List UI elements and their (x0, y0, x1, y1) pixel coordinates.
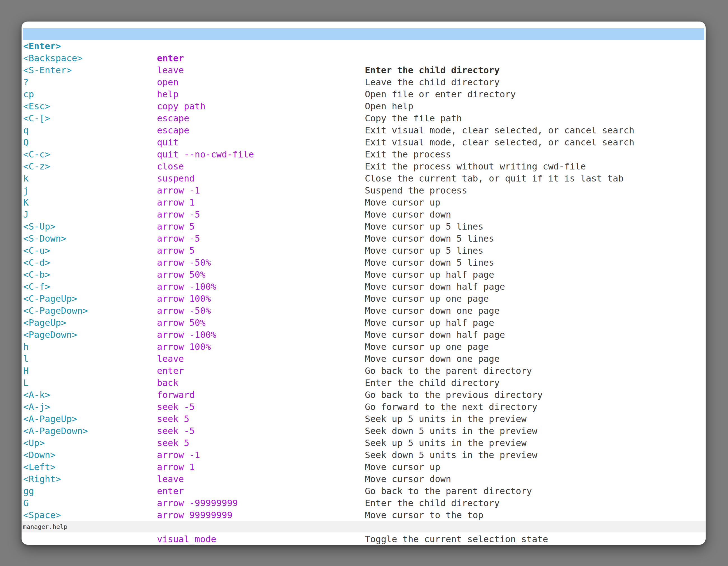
help-row[interactable]: ? help Open help (23, 64, 704, 76)
help-row[interactable]: <C-f> arrow 100% Move cursor down one pa… (23, 269, 704, 281)
keybinding-list: <Enter> enter Enter the child directory … (23, 28, 704, 521)
help-row[interactable]: <PageDown> arrow 100% Move cursor down o… (23, 317, 704, 329)
help-row[interactable]: k arrow -1 Move cursor up (23, 161, 704, 173)
help-row[interactable]: L forward Go forward to the next directo… (23, 365, 704, 377)
help-row[interactable]: H back Go back to the previous directory (23, 353, 704, 365)
help-row[interactable]: <A-PageDown> seek 5 Seek down 5 units in… (23, 413, 704, 425)
help-row[interactable]: v visual_mode Enter visual mode (selecti… (23, 509, 704, 521)
help-row[interactable]: <Backspace> leave Leave the child direct… (23, 40, 704, 52)
help-row[interactable]: q quit Exit the process (23, 112, 704, 125)
help-row[interactable]: <Left> leave Go back to the parent direc… (23, 449, 704, 461)
help-row[interactable]: <C-PageDown> arrow 50% Move cursor down … (23, 293, 704, 305)
terminal-window: <Enter> enter Enter the child directory … (22, 22, 706, 545)
help-row[interactable]: Q quit --no-cwd-file Exit the process wi… (23, 125, 704, 137)
help-row[interactable]: <C-PageUp> arrow -50% Move cursor up hal… (23, 281, 704, 293)
help-row[interactable]: <Enter> enter Enter the child directory (23, 28, 704, 40)
status-bar: manager.help (22, 521, 706, 532)
help-row[interactable]: K arrow -5 Move cursor up 5 lines (23, 185, 704, 197)
help-row[interactable]: <S-Down> arrow 5 Move cursor down 5 line… (23, 221, 704, 233)
help-row[interactable]: <C-b> arrow -100% Move cursor up one pag… (23, 257, 704, 269)
help-row[interactable]: l enter Enter the child directory (23, 341, 704, 353)
help-row[interactable]: <S-Up> arrow -5 Move cursor up 5 lines (23, 209, 704, 221)
help-row[interactable]: <Esc> escape Exit visual mode, clear sel… (23, 88, 704, 100)
help-row[interactable]: G arrow 99999999 Move cursor to the bott… (23, 485, 704, 497)
description-cell: Toggle the current selection state (365, 533, 548, 545)
help-row[interactable]: <A-PageUp> seek -5 Seek up 5 units in th… (23, 401, 704, 413)
command-cell: visual_mode (157, 533, 216, 545)
help-row[interactable]: <C-z> suspend Suspend the process (23, 149, 704, 161)
help-row[interactable]: <PageUp> arrow -100% Move cursor up one … (23, 305, 704, 317)
help-row[interactable]: J arrow 5 Move cursor down 5 lines (23, 197, 704, 209)
help-row[interactable]: <C-c> close Close the current tab, or qu… (23, 137, 704, 149)
help-row[interactable]: j arrow 1 Move cursor down (23, 173, 704, 185)
help-row[interactable]: <C-u> arrow -50% Move cursor up half pag… (23, 233, 704, 245)
help-row[interactable]: <S-Enter> open Open file or enter direct… (23, 52, 704, 64)
help-row[interactable]: <Space> select --state=none; arrow 1 Tog… (23, 497, 704, 509)
help-row[interactable]: <C-[> escape Exit visual mode, clear sel… (23, 100, 704, 112)
help-row[interactable]: <C-d> arrow 50% Move cursor down half pa… (23, 245, 704, 257)
help-row[interactable]: <Right> enter Enter the child directory (23, 461, 704, 473)
help-row[interactable]: <Down> arrow 1 Move cursor down (23, 437, 704, 449)
status-layer-label: manager.help (23, 523, 67, 530)
help-row[interactable]: h leave Go back to the parent directory (23, 329, 704, 341)
help-row[interactable]: cp copy path Copy the file path (23, 76, 704, 88)
help-row[interactable]: <A-k> seek -5 Seek up 5 units in the pre… (23, 377, 704, 389)
help-row[interactable]: <Up> arrow -1 Move cursor up (23, 425, 704, 437)
help-row[interactable]: gg arrow -99999999 Move cursor to the to… (23, 473, 704, 485)
help-row[interactable]: <A-j> seek 5 Seek down 5 units in the pr… (23, 389, 704, 401)
